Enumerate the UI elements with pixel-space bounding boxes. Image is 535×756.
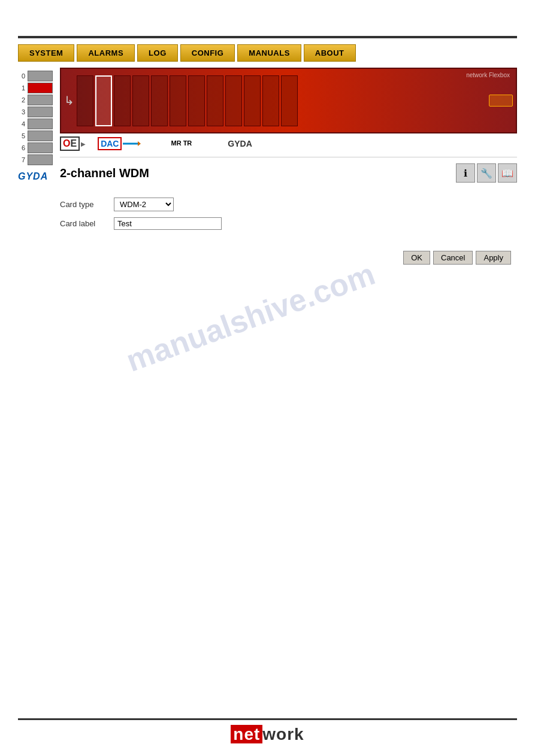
colored-arrow-icon: [123, 139, 141, 148]
book-button[interactable]: 📖: [498, 163, 517, 183]
gyda-label-item: GYDA: [228, 139, 252, 148]
card-label-row: Card label: [60, 217, 517, 230]
chassis-slot-11[interactable]: [281, 75, 298, 126]
slot-num-2: 2: [18, 96, 25, 104]
chassis-network-label: network Flexbox: [466, 72, 510, 78]
chassis-slot-10[interactable]: [262, 75, 279, 126]
nav-tab-alarms[interactable]: ALARMS: [77, 44, 135, 62]
cancel-button[interactable]: Cancel: [433, 251, 473, 265]
slot-row-4[interactable]: 4: [18, 119, 54, 129]
card-type-select[interactable]: WDM-2 WDM-4 WDM-8: [114, 198, 174, 211]
device-chassis: ↳ network Flexbox: [60, 68, 517, 133]
card-label-label: Card label: [60, 219, 108, 228]
mrtr-label: MR TR: [171, 139, 192, 147]
slot-row-2[interactable]: 2: [18, 95, 54, 105]
oe-icon-item: OE ▶: [60, 136, 86, 151]
chassis-slot-6[interactable]: [188, 75, 205, 126]
slot-bar-3[interactable]: [28, 107, 53, 117]
chassis-icons: OE ▶ DAC MR TR GYDA: [60, 133, 517, 154]
svg-marker-1: [138, 141, 141, 146]
footer-net-part: net: [231, 725, 262, 743]
dac-icon-item: DAC: [98, 137, 141, 150]
main-content: 0 1 2 3 4 5 6 7 GYDA: [0, 68, 535, 265]
slot-bar-4[interactable]: [28, 119, 53, 129]
wrench-button[interactable]: 🔧: [477, 163, 496, 183]
chassis-arrow: ↳: [64, 93, 74, 108]
book-icon: 📖: [501, 168, 513, 179]
info-icon: ℹ: [464, 168, 467, 179]
chassis-slot-5[interactable]: [170, 75, 186, 126]
bottom-border: [18, 718, 517, 720]
gyda-chassis-label: GYDA: [228, 139, 252, 148]
ok-button[interactable]: OK: [403, 251, 430, 265]
nav-bar: SYSTEM ALARMS LOG CONFIG MANUALS ABOUT: [0, 38, 535, 68]
chassis-slot-8[interactable]: [225, 75, 242, 126]
footer-work-part: work: [262, 725, 304, 743]
card-title-row: 2-channel WDM ℹ 🔧 📖: [60, 163, 517, 183]
slot-bar-5[interactable]: [28, 130, 53, 141]
slot-num-7: 7: [18, 156, 25, 163]
slot-row-3[interactable]: 3: [18, 107, 54, 117]
dac-icon: DAC: [98, 137, 122, 150]
slot-bar-1[interactable]: [28, 83, 53, 93]
sidebar: 0 1 2 3 4 5 6 7 GYDA: [18, 68, 54, 265]
slot-bar-2[interactable]: [28, 95, 53, 105]
card-info-section: 2-channel WDM ℹ 🔧 📖 Card type: [60, 157, 517, 265]
slot-num-6: 6: [18, 144, 25, 151]
sidebar-gyda-logo: GYDA: [18, 171, 54, 182]
slot-row-0[interactable]: 0: [18, 71, 54, 81]
oe-icon: OE: [60, 136, 80, 151]
slot-num-0: 0: [18, 72, 25, 80]
apply-button[interactable]: Apply: [476, 251, 511, 265]
chassis-slot-9[interactable]: [244, 75, 261, 126]
slot-row-6[interactable]: 6: [18, 142, 54, 153]
nav-tab-system[interactable]: SYSTEM: [18, 44, 74, 62]
chassis-slot-2[interactable]: [114, 75, 131, 126]
wrench-icon: 🔧: [480, 168, 492, 179]
slot-bar-7[interactable]: [28, 154, 53, 165]
chassis-slot-0[interactable]: [77, 75, 93, 126]
slot-num-1: 1: [18, 84, 25, 92]
slot-bar-0[interactable]: [28, 71, 53, 81]
nav-tab-log[interactable]: LOG: [137, 44, 178, 62]
buttons-row: OK Cancel Apply: [60, 251, 517, 265]
slot-num-3: 3: [18, 108, 25, 116]
card-title: 2-channel WDM: [60, 166, 149, 180]
mrtr-icon-item: MR TR: [171, 139, 192, 147]
slot-num-5: 5: [18, 132, 25, 139]
watermark: manualshive.com: [122, 256, 380, 379]
slot-row-1[interactable]: 1: [18, 83, 54, 93]
card-label-input[interactable]: [114, 217, 222, 230]
form-section: Card type WDM-2 WDM-4 WDM-8 Card label: [60, 192, 517, 242]
slot-row-7[interactable]: 7: [18, 154, 54, 165]
slot-row-5[interactable]: 5: [18, 130, 54, 141]
info-button[interactable]: ℹ: [456, 163, 475, 183]
device-panel-area: ↳ network Flexbox: [60, 68, 517, 265]
slot-num-4: 4: [18, 120, 25, 127]
footer: network: [0, 725, 535, 744]
nav-tab-about[interactable]: ABOUT: [304, 44, 356, 62]
chassis-slot-7[interactable]: [207, 75, 223, 126]
footer-logo: network: [231, 725, 304, 744]
nav-tab-manuals[interactable]: MANUALS: [237, 44, 301, 62]
oe-sublabel: ▶: [81, 141, 86, 147]
chassis-slot-1[interactable]: [95, 75, 112, 126]
chassis-slot-3[interactable]: [132, 75, 149, 126]
card-type-label: Card type: [60, 200, 108, 209]
slot-bar-6[interactable]: [28, 142, 53, 153]
chassis-slot-4[interactable]: [151, 75, 168, 126]
chassis-inner: [64, 72, 513, 129]
nav-tab-config[interactable]: CONFIG: [180, 44, 235, 62]
card-action-icons: ℹ 🔧 📖: [456, 163, 517, 183]
card-type-row: Card type WDM-2 WDM-4 WDM-8: [60, 198, 517, 211]
